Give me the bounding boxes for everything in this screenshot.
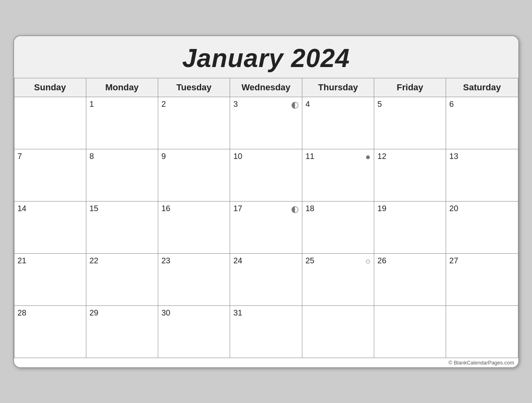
day-number: 6 [449,100,454,109]
calendar-day-cell: 4 [302,97,374,149]
moon-phase-icon: ● [365,152,371,162]
calendar-day-cell: 24 [230,253,302,305]
calendar-day-cell: 21 [14,253,86,305]
day-number: 31 [233,308,242,318]
weekday-header: Monday [86,78,158,97]
day-number: 10 [233,152,242,161]
calendar-day-cell: 3◐ [230,97,302,149]
calendar-day-cell: 11● [302,149,374,201]
moon-phase-icon: ○ [365,256,371,267]
calendar-day-cell: 1 [86,97,158,149]
day-number: 21 [18,256,26,265]
day-number: 15 [90,204,98,213]
day-number: 17 [233,204,242,213]
calendar-day-cell: 5 [374,97,446,149]
day-number: 3 [233,100,238,109]
day-number: 26 [377,256,386,265]
calendar-wrapper: January 2024 SundayMondayTuesdayWednesda… [13,35,519,368]
calendar-day-cell: 18 [302,201,374,253]
calendar-grid: SundayMondayTuesdayWednesdayThursdayFrid… [14,78,518,358]
calendar-day-cell: 19 [374,201,446,253]
calendar-day-cell [374,305,446,358]
calendar-body: 123◐4567891011●121314151617◐181920212223… [14,97,518,358]
day-number: 14 [18,204,26,213]
day-header-row: SundayMondayTuesdayWednesdayThursdayFrid… [14,78,518,97]
weekday-header: Saturday [446,78,518,97]
day-number: 23 [161,256,170,265]
calendar-day-cell: 8 [86,149,158,201]
calendar-week-row: 123◐456 [14,97,518,149]
calendar-day-cell: 7 [14,149,86,201]
day-number: 20 [449,204,458,213]
calendar-day-cell: 12 [374,149,446,201]
day-number: 7 [18,152,22,161]
weekday-header: Wednesday [230,78,302,97]
calendar-day-cell: 30 [158,305,230,358]
day-number: 29 [90,308,98,318]
day-number: 4 [306,100,310,109]
day-number: 5 [377,100,382,109]
calendar-day-cell: 26 [374,253,446,305]
day-number: 11 [306,152,314,161]
day-number: 22 [90,256,98,265]
day-number: 16 [161,204,170,213]
calendar-day-cell: 16 [158,201,230,253]
moon-phase-icon: ◐ [291,204,299,214]
day-number: 28 [18,308,26,318]
day-number: 12 [377,152,386,161]
day-number: 25 [306,256,314,265]
day-number: 30 [161,308,170,318]
calendar-day-cell: 22 [86,253,158,305]
calendar-day-cell: 20 [446,201,518,253]
calendar-week-row: 7891011●1213 [14,149,518,201]
weekday-header: Tuesday [158,78,230,97]
calendar-day-cell: 29 [86,305,158,358]
calendar-day-cell: 31 [230,305,302,358]
moon-phase-icon: ◐ [291,100,299,110]
calendar-day-cell: 28 [14,305,86,358]
day-number: 27 [449,256,458,265]
calendar-day-cell: 17◐ [230,201,302,253]
day-number: 2 [161,100,166,109]
day-number: 18 [306,204,314,213]
calendar-day-cell: 15 [86,201,158,253]
calendar-day-cell: 23 [158,253,230,305]
calendar-week-row: 28293031 [14,305,518,358]
day-number: 24 [233,256,242,265]
calendar-week-row: 2122232425○2627 [14,253,518,305]
footer-text: © BlankCalendarPages.com [14,358,518,367]
calendar-day-cell [446,305,518,358]
weekday-header: Friday [374,78,446,97]
calendar-day-cell: 10 [230,149,302,201]
calendar-day-cell: 9 [158,149,230,201]
calendar-day-cell [302,305,374,358]
calendar-day-cell [14,97,86,149]
day-number: 19 [377,204,386,213]
calendar-day-cell: 6 [446,97,518,149]
calendar-day-cell: 2 [158,97,230,149]
day-number: 9 [161,152,166,161]
day-number: 1 [90,100,94,109]
calendar-day-cell: 14 [14,201,86,253]
day-number: 13 [449,152,458,161]
calendar-week-row: 14151617◐181920 [14,201,518,253]
day-number: 8 [90,152,94,161]
weekday-header: Thursday [302,78,374,97]
weekday-header: Sunday [14,78,86,97]
calendar-day-cell: 27 [446,253,518,305]
calendar-day-cell: 13 [446,149,518,201]
calendar-day-cell: 25○ [302,253,374,305]
calendar-title: January 2024 [14,36,518,78]
